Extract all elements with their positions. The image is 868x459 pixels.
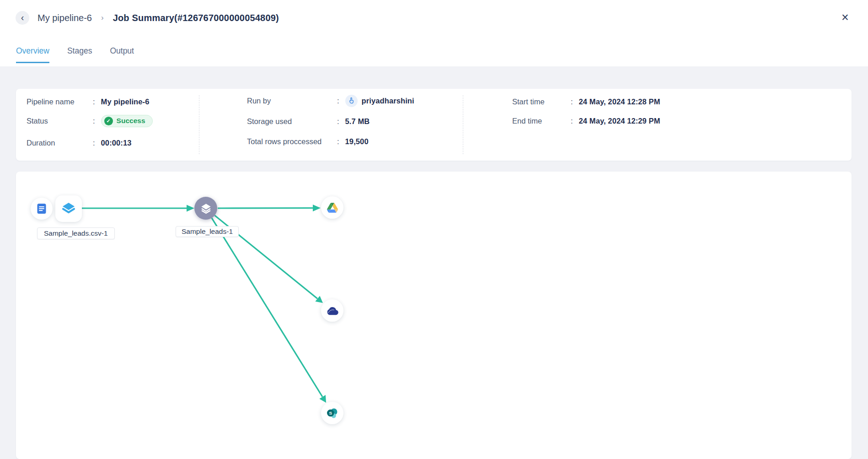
tab-output[interactable]: Output (110, 46, 134, 63)
pipeline-edges (16, 172, 852, 459)
colon: : (337, 97, 339, 105)
arrowhead-icon (313, 205, 321, 211)
status-badge: ✓ Success (101, 115, 153, 127)
onedrive-cloud-icon (327, 306, 338, 315)
close-button[interactable]: × (837, 9, 853, 26)
node-sharepoint[interactable]: S (321, 402, 343, 424)
pipeline-name-label: Pipeline name (27, 97, 93, 106)
breadcrumb-parent[interactable]: My pipeline-6 (38, 13, 92, 23)
job-summary-page: ‹ My pipeline-6 › Job Summary(#126767000… (0, 0, 868, 459)
node-google-drive[interactable] (321, 196, 343, 219)
tab-bar: Overview Stages Output (16, 46, 134, 63)
pipeline-name-value: My pipeline-6 (101, 97, 150, 106)
colon: : (93, 97, 95, 106)
colon: : (337, 137, 339, 146)
start-time-label: Start time (512, 97, 571, 106)
run-by-label: Run by (247, 97, 337, 105)
node-label-transform[interactable]: Sample_leads-1 (176, 226, 239, 237)
node-onedrive[interactable] (321, 299, 343, 322)
back-button[interactable]: ‹ (16, 11, 29, 25)
check-circle-icon: ✓ (104, 117, 113, 125)
edge-transform-to-sharepoint (212, 218, 322, 397)
header: ‹ My pipeline-6 › Job Summary(#126767000… (0, 0, 868, 66)
google-drive-icon (327, 203, 338, 213)
node-source-dataset[interactable] (55, 195, 82, 222)
node-csv-file[interactable] (31, 198, 53, 220)
colon: : (571, 117, 573, 125)
breadcrumb-separator-icon: › (101, 13, 104, 22)
start-time-value: 24 May, 2024 12:28 PM (579, 97, 660, 106)
arrowhead-icon (187, 205, 194, 212)
end-time-row: End time : 24 May, 2024 12:29 PM (512, 114, 660, 127)
end-time-label: End time (512, 117, 571, 125)
layers-white-icon (200, 203, 212, 214)
storage-used-label: Storage used (247, 117, 337, 126)
colon: : (337, 117, 339, 126)
file-document-icon (37, 203, 47, 214)
page-title: Job Summary(#126767000000054809) (113, 13, 279, 23)
storage-used-value: 5.7 MB (345, 117, 370, 126)
duration-row: Duration : 00:00:13 (27, 136, 131, 149)
colon: : (93, 117, 95, 125)
status-value: Success (117, 117, 145, 125)
breadcrumb: ‹ My pipeline-6 › Job Summary(#126767000… (16, 11, 279, 25)
column-divider (199, 95, 199, 154)
arrowhead-icon (315, 296, 323, 303)
status-row: Status : ✓ Success (27, 114, 153, 127)
edge-transform-to-drive (218, 208, 313, 209)
column-divider (463, 95, 463, 154)
storage-row: Storage used : 5.7 MB (247, 115, 370, 128)
total-rows-value: 19,500 (345, 137, 369, 146)
user-hand-pointer-icon (345, 95, 358, 107)
total-rows-label: Total rows proccessed (247, 137, 337, 146)
pipeline-name-row: Pipeline name : My pipeline-6 (27, 95, 149, 108)
tab-stages[interactable]: Stages (67, 46, 92, 63)
end-time-value: 24 May, 2024 12:29 PM (579, 117, 660, 125)
duration-label: Duration (27, 139, 93, 147)
layers-blue-icon (61, 201, 76, 216)
status-label: Status (27, 117, 93, 125)
node-label-source[interactable]: Sample_leads.csv-1 (37, 227, 115, 239)
back-chevron-icon: ‹ (21, 13, 24, 22)
job-summary-card: Pipeline name : My pipeline-6 Status : ✓… (16, 89, 852, 161)
duration-value: 00:00:13 (101, 139, 132, 147)
sharepoint-icon: S (327, 407, 338, 419)
run-by-row: Run by : priyadharshini (247, 94, 414, 107)
colon: : (93, 139, 95, 147)
start-time-row: Start time : 24 May, 2024 12:28 PM (512, 95, 660, 108)
tab-overview[interactable]: Overview (16, 46, 49, 63)
close-icon: × (841, 11, 849, 25)
node-transform-dataset[interactable] (194, 197, 217, 220)
pipeline-canvas[interactable]: Sample_leads.csv-1 Sample_leads-1 (16, 172, 852, 459)
svg-text:S: S (329, 410, 332, 416)
colon: : (571, 97, 573, 106)
total-rows-row: Total rows proccessed : 19,500 (247, 135, 369, 148)
run-by-value: priyadharshini (362, 97, 414, 105)
